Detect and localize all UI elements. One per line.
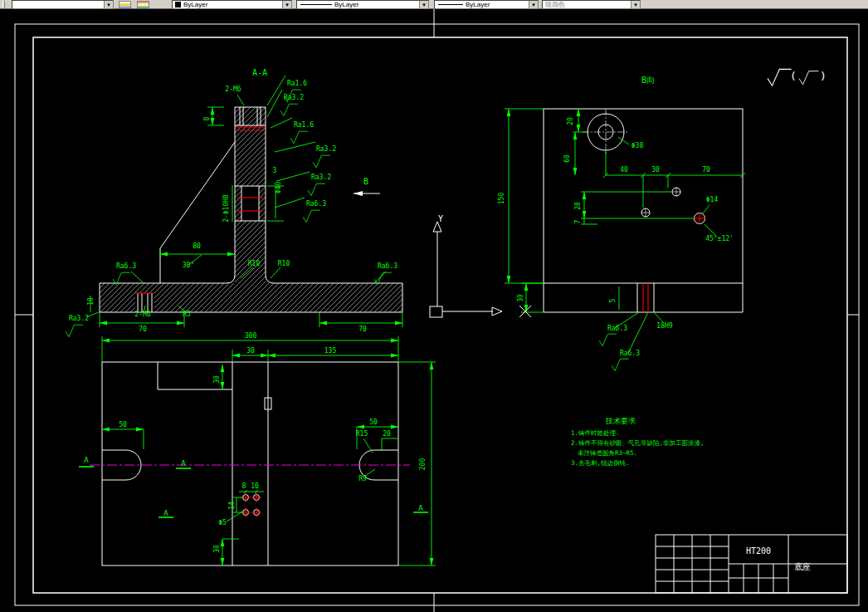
section-view-label: Ra1.6: [294, 121, 314, 129]
plan-view-label: 30: [213, 545, 221, 553]
color-value: ByLayer: [181, 1, 282, 9]
toolbar-grip[interactable]: [2, 1, 5, 8]
section-view-label: 30°: [183, 262, 194, 269]
section-view-label: Φ40: [275, 182, 282, 194]
chevron-down-icon[interactable]: ▾: [419, 1, 428, 8]
section-view-label: 8: [203, 116, 211, 120]
drawing-canvas[interactable]: A-A2-M68Ra1.6Ra3.2Ra1.6Ra3.23Φ40Ra3.2Ra6…: [0, 9, 868, 612]
notes-title: 技术要求: [605, 417, 636, 425]
plan-view-label: 14: [228, 502, 236, 510]
plan-view-label: R15: [356, 430, 368, 438]
b-view-label: 5: [609, 298, 617, 302]
section-view-label: R10: [248, 260, 261, 267]
b-view: [544, 109, 743, 312]
notes-line: 2.铸件不得有砂眼、气孔等缺陷,非加工面涂漆,: [571, 439, 705, 447]
view-title-aa: A-A: [252, 68, 267, 77]
section-view-label: Ra6.3: [306, 200, 326, 208]
section-view-label: 80: [193, 242, 201, 250]
b-view-label: Φ38: [631, 142, 644, 149]
notes-line: 3.去毛刺,锐边倒钝.: [571, 459, 630, 467]
plan-view-label: R9: [358, 475, 367, 482]
color-combo[interactable]: ByLayer ▾: [172, 0, 292, 9]
chevron-down-icon[interactable]: ▾: [282, 1, 291, 8]
linetype-value: ByLayer: [332, 1, 419, 9]
section-mark-a: A: [163, 509, 168, 517]
plan-view-label: 200: [419, 458, 427, 471]
b-view-label: 30: [517, 294, 524, 302]
plan-view-label: 50: [369, 419, 378, 426]
b-view-label: 18H9: [656, 322, 672, 330]
section-view-label: Ra6.3: [116, 262, 136, 270]
section-view-label: 2-Φ10H8: [222, 194, 230, 223]
section-view: [100, 107, 402, 312]
section-view-label: 3: [273, 167, 277, 174]
plan-view: [90, 362, 410, 565]
section-view-label: 70: [139, 326, 147, 333]
lineweight-value: ByLayer: [463, 1, 529, 9]
section-view-label: Ra1.6: [287, 80, 307, 87]
b-view-label: 70: [702, 166, 710, 174]
ucs-y-label: Y: [438, 214, 443, 223]
section-view-label: Ra3.2: [311, 174, 331, 181]
layers-icon[interactable]: [119, 1, 131, 8]
section-view-label: Ra3.2: [69, 315, 89, 322]
plan-view-label: Φ5: [218, 519, 227, 526]
part-name-label: 底座: [794, 562, 811, 571]
plan-view-label: 300: [245, 332, 257, 340]
linetype-combo[interactable]: ByLayer ▾: [296, 0, 429, 9]
linetype-sample: [300, 4, 332, 5]
b-view-label: 150: [498, 193, 505, 205]
section-view-label: R5: [183, 311, 191, 318]
view-arrow-b-label: B: [363, 177, 368, 186]
b-view-label: 7: [574, 219, 582, 223]
b-view-label: 20: [567, 117, 574, 125]
plan-view-label: 10: [251, 482, 259, 490]
b-view-label: Φ14: [706, 196, 719, 203]
paren-open: (: [790, 70, 797, 82]
chevron-down-icon[interactable]: ▾: [631, 1, 640, 8]
section-view-label: Ra3.2: [316, 145, 336, 153]
section-mark-a: A: [181, 459, 186, 468]
plan-view-label: 8: [242, 482, 246, 490]
chevron-down-icon[interactable]: ▾: [104, 1, 113, 8]
plan-view-label: 20: [383, 430, 391, 438]
ucs-icon: [430, 222, 531, 317]
b-view-label: 45°±12': [705, 235, 734, 242]
b-view-label: Ra6.3: [620, 350, 640, 357]
plotstyle-combo[interactable]: 随颜色 ▾: [542, 0, 641, 9]
plan-view-dimensions: [79, 336, 436, 565]
section-view-label: 70: [358, 326, 367, 333]
b-view-label: Ra6.3: [607, 325, 627, 332]
section-view-label: 10: [87, 297, 95, 306]
section-mark-a: A: [418, 504, 423, 512]
paren-close: ): [820, 70, 827, 82]
b-view-label: 60: [563, 154, 571, 163]
plan-view-label: 30: [246, 347, 255, 355]
layer-properties-icon[interactable]: [137, 1, 149, 8]
plan-view-label: 30: [213, 375, 221, 384]
lineweight-combo[interactable]: ByLayer ▾: [434, 0, 539, 9]
plan-view-label: 135: [324, 347, 337, 355]
notes-line: 1.铸件时效处理.: [571, 429, 620, 437]
section-mark-a: A: [84, 456, 89, 464]
plan-view-label: 50: [119, 421, 127, 428]
section-view-label: 2-M6: [225, 86, 241, 93]
b-view-label: 40: [620, 166, 628, 174]
section-view-label: Ra3.2: [284, 94, 304, 101]
section-view-label: Ra6.3: [378, 262, 397, 270]
section-view-label: 2-M6: [134, 311, 150, 318]
annotation-layer: A-A2-M68Ra1.6Ra3.2Ra1.6Ra3.23Φ40Ra3.2Ra6…: [69, 68, 827, 571]
chevron-down-icon[interactable]: ▾: [529, 1, 538, 8]
plotstyle-value: 随颜色: [543, 1, 631, 9]
b-view-label: 30: [651, 166, 660, 174]
b-view-label: 28: [574, 202, 582, 210]
material-label: HT200: [746, 546, 771, 556]
color-swatch: [175, 2, 181, 7]
named-view-combo[interactable]: ▾: [12, 0, 114, 9]
lineweight-sample: [438, 4, 463, 5]
section-view-label: R10: [278, 260, 290, 267]
view-title-b: B向: [641, 76, 655, 85]
title-block: [656, 535, 847, 593]
notes-line: 未注铸造圆角R3~R5.: [578, 449, 637, 457]
toolbar: ▾ ByLayer ▾ ByLayer ▾ ByLayer ▾ 随颜色 ▾: [0, 0, 868, 9]
